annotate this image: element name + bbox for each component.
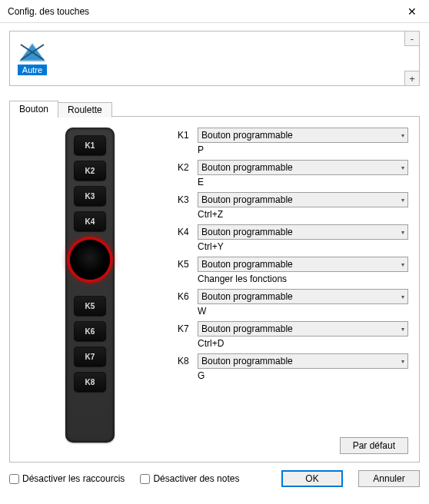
cancel-button-label: Annuler (373, 473, 404, 484)
assignment-value: Ctrl+Y (198, 241, 408, 252)
key-label: K1 (178, 130, 193, 141)
key-label: K4 (178, 227, 193, 237)
ok-button-label: OK (305, 473, 318, 484)
profile-side-buttons: - + (404, 31, 420, 86)
select-value: Bouton programmable (201, 259, 293, 270)
remote-button-k1[interactable]: K1 (74, 135, 106, 155)
assignment-value: Changer les fonctions (198, 274, 408, 284)
close-icon: ✕ (407, 5, 417, 18)
profile-box: Autre - + (9, 31, 420, 86)
tab-roulette-label: Roulette (68, 104, 102, 115)
defaults-area: Par défaut (340, 437, 408, 454)
remote-device: K1 K2 K3 K4 K5 K6 K7 K8 (65, 128, 115, 443)
remote-column: K1 K2 K3 K4 K5 K6 K7 K8 (21, 128, 159, 451)
tab-roulette[interactable]: Roulette (58, 102, 112, 118)
chevron-down-icon: ▾ (401, 326, 404, 333)
close-button[interactable]: ✕ (395, 0, 429, 23)
chevron-down-icon: ▾ (401, 293, 404, 300)
remote-button-k5[interactable]: K5 (74, 296, 106, 316)
disable-shortcuts-label: Désactiver les raccourcis (22, 473, 125, 484)
tab-panel-bouton: K1 K2 K3 K4 K5 K6 K7 K8 K1 Bouton progra… (9, 117, 420, 463)
tab-strip: Bouton Roulette (9, 100, 420, 117)
ok-button[interactable]: OK (281, 470, 343, 487)
assignment-row: K2 Bouton programmable ▾ (178, 160, 408, 175)
assignment-value: W (198, 306, 408, 317)
key-label: K5 (178, 259, 193, 270)
key-label: K8 (178, 356, 193, 366)
select-value: Bouton programmable (201, 356, 293, 366)
assignment-value: P (198, 144, 408, 155)
action-select-k5[interactable]: Bouton programmable ▾ (198, 257, 408, 272)
content-area: Autre - + Bouton Roulette K1 K2 K3 K4 K5… (0, 23, 429, 463)
add-profile-button[interactable]: + (404, 71, 420, 86)
assignment-row: K7 Bouton programmable ▾ (178, 321, 408, 337)
disable-notes-input[interactable] (140, 474, 150, 484)
assignment-row: K6 Bouton programmable ▾ (178, 289, 408, 304)
key-label: K3 (178, 194, 193, 205)
action-select-k2[interactable]: Bouton programmable ▾ (198, 160, 408, 175)
window-title: Config. des touches (8, 6, 395, 17)
assignment-value: G (198, 370, 408, 381)
chevron-down-icon: ▾ (401, 229, 404, 236)
key-label: K6 (178, 291, 193, 302)
remote-dial[interactable] (70, 240, 110, 280)
assignment-column: K1 Bouton programmable ▾ P K2 Bouton pro… (178, 128, 408, 451)
disable-shortcuts-checkbox[interactable]: Désactiver les raccourcis (9, 473, 125, 484)
action-select-k8[interactable]: Bouton programmable ▾ (198, 353, 408, 369)
remote-button-k4[interactable]: K4 (74, 211, 106, 231)
action-select-k1[interactable]: Bouton programmable ▾ (198, 128, 408, 143)
action-select-k3[interactable]: Bouton programmable ▾ (198, 192, 408, 207)
remote-button-k8[interactable]: K8 (74, 372, 106, 392)
disable-notes-checkbox[interactable]: Désactiver des notes (140, 473, 239, 484)
defaults-button[interactable]: Par défaut (340, 437, 408, 454)
profile-item-autre[interactable]: Autre (16, 41, 48, 75)
assignment-row: K5 Bouton programmable ▾ (178, 257, 408, 272)
remove-profile-button[interactable]: - (404, 31, 420, 46)
key-label: K7 (178, 323, 193, 334)
select-value: Bouton programmable (201, 227, 293, 237)
remote-button-k2[interactable]: K2 (74, 161, 106, 181)
titlebar: Config. des touches ✕ (0, 0, 429, 23)
assignment-value: Ctrl+D (198, 338, 408, 349)
chevron-down-icon: ▾ (401, 261, 404, 268)
chevron-down-icon: ▾ (401, 164, 404, 171)
remote-button-k3[interactable]: K3 (74, 186, 106, 206)
chevron-down-icon: ▾ (401, 132, 404, 139)
assignment-row: K3 Bouton programmable ▾ (178, 192, 408, 207)
select-value: Bouton programmable (201, 194, 293, 205)
action-select-k7[interactable]: Bouton programmable ▾ (198, 321, 408, 337)
disable-notes-label: Désactiver des notes (153, 473, 239, 484)
profile-label: Autre (18, 65, 47, 75)
remote-button-k6[interactable]: K6 (74, 321, 106, 341)
defaults-button-label: Par défaut (353, 440, 395, 451)
select-value: Bouton programmable (201, 162, 293, 173)
disable-shortcuts-input[interactable] (9, 474, 19, 484)
select-value: Bouton programmable (201, 323, 293, 334)
assignment-value: E (198, 177, 408, 187)
minus-icon: - (411, 33, 414, 45)
bottom-bar: Désactiver les raccourcis Désactiver des… (0, 463, 429, 495)
chevron-down-icon: ▾ (401, 358, 404, 365)
profile-icon (18, 41, 46, 63)
select-value: Bouton programmable (201, 291, 293, 302)
assignment-row: K1 Bouton programmable ▾ (178, 128, 408, 143)
key-label: K2 (178, 162, 193, 173)
action-select-k4[interactable]: Bouton programmable ▾ (198, 224, 408, 240)
action-select-k6[interactable]: Bouton programmable ▾ (198, 289, 408, 304)
select-value: Bouton programmable (201, 130, 293, 141)
remote-button-k7[interactable]: K7 (74, 346, 106, 366)
assignment-row: K8 Bouton programmable ▾ (178, 353, 408, 369)
tab-bouton[interactable]: Bouton (9, 101, 58, 117)
cancel-button[interactable]: Annuler (358, 470, 420, 487)
chevron-down-icon: ▾ (401, 197, 404, 204)
tab-bouton-label: Bouton (19, 104, 48, 114)
plus-icon: + (409, 73, 415, 85)
assignment-value: Ctrl+Z (198, 209, 408, 220)
assignment-row: K4 Bouton programmable ▾ (178, 224, 408, 240)
